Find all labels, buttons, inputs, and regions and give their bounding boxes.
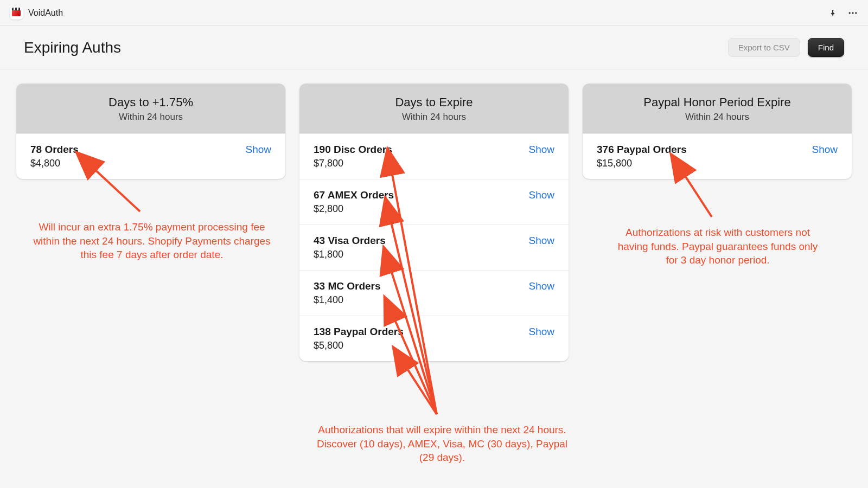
row-title: 43 Visa Orders [314,235,386,247]
row-amount: $1,400 [314,294,381,306]
app-icon [10,7,23,20]
card-row: 67 AMEX Orders $2,800 Show [299,179,569,224]
row-amount: $5,800 [314,340,404,351]
show-link[interactable]: Show [528,144,554,156]
topbar-right [828,8,858,18]
row-title: 67 AMEX Orders [314,189,394,201]
card-header: Days to Expire Within 24 hours [299,84,569,133]
show-link[interactable]: Show [528,235,554,247]
card-row: 376 Paypal Orders $15,800 Show [583,133,852,179]
page-title: Expiring Auths [24,39,121,56]
card-header: Days to +1.75% Within 24 hours [16,84,285,133]
export-csv-button[interactable]: Export to CSV [728,38,800,57]
page-header: Expiring Auths Export to CSV Find [0,26,868,69]
show-link[interactable]: Show [528,326,554,338]
pin-icon[interactable] [828,8,838,18]
row-title: 376 Paypal Orders [597,144,687,156]
row-amount: $2,800 [314,203,394,215]
card-row: 33 MC Orders $1,400 Show [299,270,569,316]
annotation-middle: Authorizations that will expire within t… [315,423,570,465]
row-title: 78 Orders [30,144,79,156]
card-days-to-fee: Days to +1.75% Within 24 hours 78 Orders… [16,84,285,179]
svg-point-2 [855,12,857,14]
card-title: Paypal Honor Period Expire [588,95,846,110]
row-amount: $4,800 [30,158,79,169]
header-actions: Export to CSV Find [728,38,844,57]
row-amount: $1,800 [314,249,386,260]
app-name: VoidAuth [28,8,63,18]
card-row: 43 Visa Orders $1,800 Show [299,224,569,270]
card-paypal-honor: Paypal Honor Period Expire Within 24 hou… [583,84,852,179]
card-subtitle: Within 24 hours [22,112,280,123]
content: Days to +1.75% Within 24 hours 78 Orders… [0,69,868,375]
row-title: 138 Paypal Orders [314,326,404,338]
row-amount: $7,800 [314,158,392,169]
card-row: 190 Disc Orders $7,800 Show [299,133,569,179]
show-link[interactable]: Show [812,144,838,156]
show-link[interactable]: Show [528,189,554,201]
card-title: Days to Expire [305,95,563,110]
svg-point-1 [852,12,853,14]
topbar-left: VoidAuth [10,7,63,20]
more-icon[interactable] [847,8,858,18]
topbar: VoidAuth [0,0,868,26]
row-title: 190 Disc Orders [314,144,392,156]
card-days-to-expire: Days to Expire Within 24 hours 190 Disc … [299,84,569,361]
card-row: 138 Paypal Orders $5,800 Show [299,316,569,361]
row-title: 33 MC Orders [314,280,381,292]
card-header: Paypal Honor Period Expire Within 24 hou… [583,84,852,133]
card-row: 78 Orders $4,800 Show [16,133,285,179]
card-subtitle: Within 24 hours [305,112,563,123]
row-amount: $15,800 [597,158,687,169]
svg-point-0 [849,12,851,14]
card-subtitle: Within 24 hours [588,112,846,123]
card-title: Days to +1.75% [22,95,280,110]
show-link[interactable]: Show [528,280,554,292]
show-link[interactable]: Show [245,144,271,156]
find-button[interactable]: Find [808,38,844,57]
